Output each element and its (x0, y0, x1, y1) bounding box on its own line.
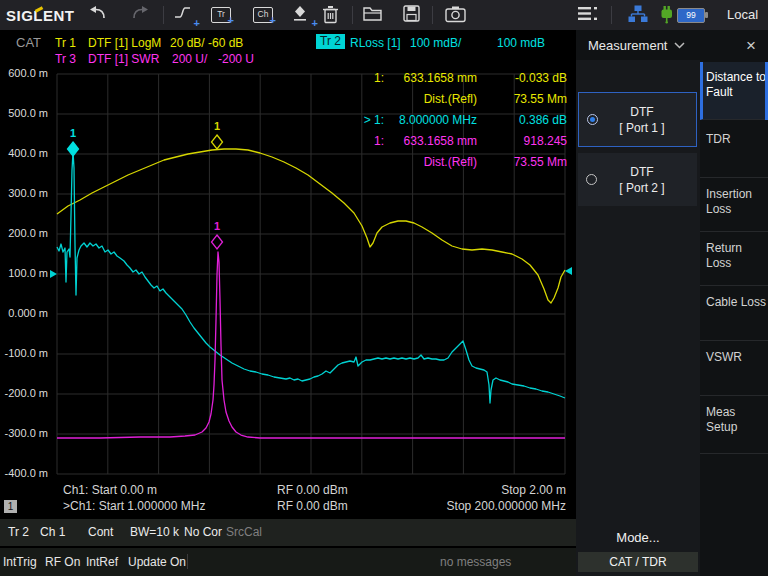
menu-item-insertion-loss[interactable]: Insertion Loss (700, 179, 768, 232)
readout-row: Dist.(Refl)73.55 Mm (330, 152, 567, 173)
menu-item-tdr[interactable]: TDR (700, 124, 768, 178)
status-bandwidth[interactable]: BW=10 k (130, 525, 179, 539)
y-axis-label: 100.0 m (0, 267, 48, 279)
ch1-stop-distance[interactable]: Stop 2.00 m (360, 483, 566, 497)
marker-diamond[interactable] (212, 135, 223, 149)
redo-icon[interactable] (130, 5, 152, 25)
trace3-name[interactable]: Tr 3 (55, 52, 76, 66)
save-icon[interactable] (403, 5, 425, 25)
menu-item-meas-setup[interactable]: Meas Setup (700, 397, 768, 454)
measurement-panel: Measurement × DTF[ Port 1 ] DTF[ Port 2 … (576, 30, 768, 576)
close-icon[interactable]: × (746, 37, 756, 54)
y-axis-label: 400.0 m (0, 147, 48, 159)
menu-item-distance-to-fault[interactable]: Distance to Fault (700, 62, 768, 120)
trace3-reference[interactable]: -200 U (218, 52, 254, 66)
status-srccal[interactable]: SrcCal (226, 525, 262, 539)
channel-row-frequency: >Ch1: Start 1.000000 MHz RF 0.00 dBm Sto… (0, 499, 576, 514)
trace1-scale[interactable]: 20 dB/ (170, 36, 205, 50)
add-trace-icon[interactable]: Tr+ (211, 7, 231, 23)
trace1-name[interactable]: Tr 1 (55, 36, 76, 50)
y-axis-label: -300.0 m (0, 427, 48, 439)
local-button[interactable]: Local (727, 7, 758, 22)
message-area: no messages (440, 555, 511, 569)
ch1-start-distance[interactable]: Ch1: Start 0.00 m (63, 483, 157, 497)
toolbar-separator (163, 6, 164, 24)
trace3-measurement[interactable]: DTF [1] SWR (88, 52, 159, 66)
bottom-bar-separator (187, 554, 188, 569)
menu-item-cable-loss[interactable]: Cable Loss (700, 287, 768, 341)
trace2-active-label[interactable]: Tr 2 (316, 34, 345, 49)
mode-button[interactable]: Mode... (576, 530, 700, 545)
ch1-stop-frequency[interactable]: Stop 200.000000 MHz (360, 499, 566, 513)
radio-unselected-icon (586, 174, 597, 185)
trace1-reference[interactable]: -60 dB (208, 36, 243, 50)
y-axis-label: 200.0 m (0, 227, 48, 239)
readout-row: 1:633.1658 mm918.245 (330, 131, 567, 152)
menu-list-icon[interactable] (578, 5, 600, 25)
ref-level-arrow-left (50, 270, 57, 278)
marker-label: 1 (214, 120, 220, 132)
trace2-measurement[interactable]: RLoss [1] (350, 36, 401, 50)
radio-selected-icon (587, 114, 598, 125)
siglent-logo: SIGLENT (6, 7, 75, 24)
mode-label: CAT (16, 35, 41, 50)
rf-status[interactable]: RF On (45, 555, 80, 569)
chevron-down-icon[interactable] (674, 42, 685, 49)
ch1-rf-power-2[interactable]: RF 0.00 dBm (277, 499, 348, 513)
status-bar: Tr 2 Ch 1 Cont BW=10 k No Cor SrcCal (0, 519, 576, 546)
limit-line-icon[interactable]: + (174, 5, 196, 25)
cat-tdr-button[interactable]: CAT / TDR (578, 552, 698, 572)
port2-line1: DTF (630, 165, 653, 179)
y-axis-label: -400.0 m (0, 467, 48, 479)
port2-line2: [ Port 2 ] (619, 181, 664, 195)
status-sweep-mode[interactable]: Cont (88, 525, 113, 539)
dtf-port2-option[interactable]: DTF[ Port 2 ] (578, 153, 697, 206)
trigger-status[interactable]: IntTrig (3, 555, 37, 569)
status-active-channel[interactable]: Ch 1 (40, 525, 65, 539)
y-axis-label: 600.0 m (0, 67, 48, 79)
channel-row-distance: Ch1: Start 0.00 m RF 0.00 dBm Stop 2.00 … (0, 483, 576, 498)
trace1-measurement[interactable]: DTF [1] LogM (88, 36, 161, 50)
open-file-icon[interactable] (363, 5, 385, 25)
add-channel-icon[interactable]: Ch+ (253, 7, 273, 23)
vna-screen: { "toolbar":{"logo":"SIGLENT","local_lab… (0, 0, 768, 576)
status-active-trace[interactable]: Tr 2 (8, 525, 29, 539)
undo-icon[interactable] (88, 5, 110, 25)
y-axis-label: -200.0 m (0, 387, 48, 399)
status-correction[interactable]: No Cor (184, 525, 222, 539)
menu-item-return-loss[interactable]: Return Loss (700, 233, 768, 286)
update-status[interactable]: Update On (128, 555, 186, 569)
ch1-start-frequency[interactable]: >Ch1: Start 1.000000 MHz (63, 499, 205, 513)
reference-status[interactable]: IntRef (86, 555, 118, 569)
y-axis-label: 0.000 m (0, 307, 48, 319)
panel-title[interactable]: Measurement (588, 38, 667, 53)
battery-indicator: 99 (677, 8, 705, 23)
port-selection-column: DTF[ Port 1 ] DTF[ Port 2 ] Mode... CAT … (576, 60, 700, 576)
menu-item-vswr[interactable]: VSWR (700, 342, 768, 396)
markers[interactable]: 111 (68, 120, 223, 249)
marker-readout: 1:633.1658 mm-0.033 dB Dist.(Refl)73.55 … (330, 68, 567, 173)
ch1-rf-power[interactable]: RF 0.00 dBm (277, 483, 348, 497)
toolbar-separator (611, 6, 612, 24)
trace2-reference[interactable]: 100 mdB (497, 36, 545, 50)
marker-diamond[interactable] (212, 235, 223, 249)
marker-label: 1 (214, 220, 220, 232)
delete-icon[interactable] (322, 5, 344, 25)
y-axis-label: 500.0 m (0, 107, 48, 119)
screenshot-camera-icon[interactable] (445, 5, 467, 25)
readout-row: 1:633.1658 mm-0.033 dB (330, 68, 567, 89)
trace2-scale[interactable]: 100 mdB/ (410, 36, 461, 50)
port1-line1: DTF (630, 105, 653, 119)
trace3-scale[interactable]: 200 U/ (172, 52, 207, 66)
toolbar-separator (432, 6, 433, 24)
readout-row: Dist.(Refl)73.55 Mm (330, 89, 567, 110)
ref-level-arrow-right (565, 267, 572, 275)
toolbar: SIGLENT + Tr+ Ch+ + 99 Local (0, 0, 768, 30)
dtf-port1-option[interactable]: DTF[ Port 1 ] (578, 92, 697, 147)
y-axis-label: -100.0 m (0, 347, 48, 359)
add-marker-icon[interactable]: + (292, 5, 314, 25)
panel-header: Measurement × (576, 30, 768, 60)
lan-network-icon (628, 5, 650, 25)
marker-label: 1 (70, 127, 76, 139)
port1-line2: [ Port 1 ] (619, 121, 664, 135)
